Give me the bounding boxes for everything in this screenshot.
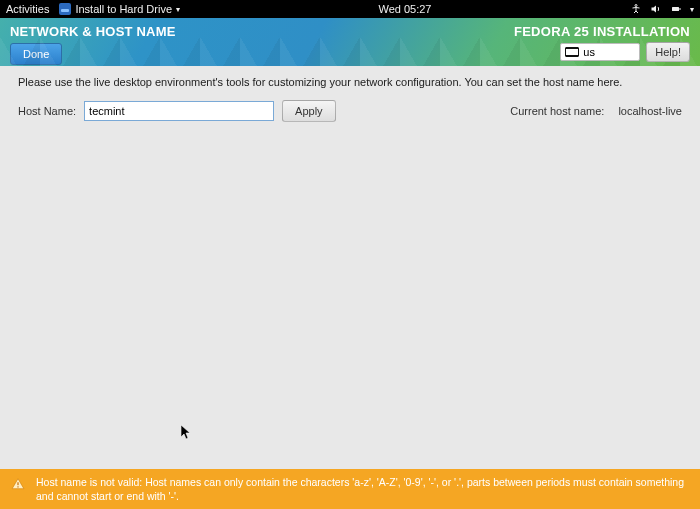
svg-rect-3	[17, 482, 18, 485]
battery-icon[interactable]	[670, 3, 682, 15]
warning-bar: Host name is not valid: Host names can o…	[0, 469, 700, 509]
svg-rect-1	[672, 7, 679, 11]
hostname-row: Host Name: Apply Current host name: loca…	[18, 100, 682, 122]
installer-app-icon	[59, 3, 71, 15]
done-button[interactable]: Done	[10, 43, 62, 65]
warning-icon	[10, 477, 26, 491]
current-hostname: Current host name: localhost-live	[510, 105, 682, 117]
system-menu-chevron-icon[interactable]: ▾	[690, 5, 694, 14]
volume-icon[interactable]	[650, 3, 662, 15]
help-button[interactable]: Help!	[646, 42, 690, 62]
keyboard-icon	[565, 47, 579, 57]
clock[interactable]: Wed 05:27	[180, 3, 630, 15]
info-text: Please use the live desktop environment'…	[18, 76, 682, 88]
warning-text: Host name is not valid: Host names can o…	[36, 475, 690, 503]
apply-button[interactable]: Apply	[282, 100, 336, 122]
app-menu-label: Install to Hard Drive	[75, 3, 172, 15]
current-hostname-value: localhost-live	[618, 105, 682, 117]
hostname-input[interactable]	[84, 101, 274, 121]
desktop-topbar: Activities Install to Hard Drive ▾ Wed 0…	[0, 0, 700, 18]
accessibility-icon[interactable]	[630, 3, 642, 15]
installer-header: NETWORK & HOST NAME FEDORA 25 INSTALLATI…	[0, 18, 700, 66]
hostname-label: Host Name:	[18, 105, 76, 117]
installer-brand: FEDORA 25 INSTALLATION	[514, 24, 690, 39]
activities-button[interactable]: Activities	[6, 3, 49, 15]
main-content: Please use the live desktop environment'…	[0, 66, 700, 132]
keyboard-layout-label: us	[583, 46, 595, 58]
svg-rect-4	[17, 486, 18, 487]
current-hostname-label: Current host name:	[510, 105, 604, 117]
svg-point-0	[635, 5, 637, 7]
mouse-cursor	[181, 425, 193, 441]
svg-rect-2	[680, 8, 681, 10]
app-menu[interactable]: Install to Hard Drive ▾	[59, 3, 180, 15]
keyboard-layout-selector[interactable]: us	[560, 43, 640, 61]
